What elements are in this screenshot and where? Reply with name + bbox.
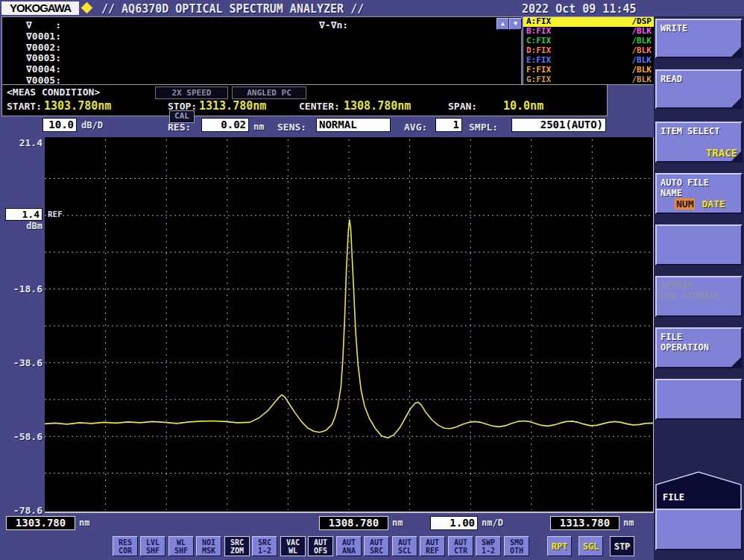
trace-name: A:FIX	[526, 17, 551, 26]
center-label: CENTER:	[299, 101, 340, 112]
scroll-up-button[interactable]: ▲	[496, 18, 509, 30]
yaxis-bottom-label: -78.6	[5, 505, 42, 516]
softkey-write[interactable]: WRITE	[655, 19, 743, 58]
submenu-corner-icon	[731, 47, 741, 57]
marker-row: ∇0003:	[26, 52, 61, 63]
spectrum-plot	[45, 137, 655, 513]
trace-row-a[interactable]: A:FIX/DSP	[523, 17, 655, 27]
func-button-noi-msk[interactable]: NOIMSK	[196, 536, 221, 556]
trace-name: C:FIX	[526, 37, 551, 45]
xaxis-start-unit: nm	[79, 517, 89, 528]
func-button-lvl-shf[interactable]: LVLSHF	[140, 536, 165, 556]
softkey-item-select[interactable]: ITEM SELECTTRACE	[655, 122, 743, 163]
menu-title: FILE	[663, 492, 684, 503]
softkey-read[interactable]: READ	[655, 69, 743, 109]
sens-label: SENS:	[277, 122, 306, 133]
softkey-auto-file-name[interactable]: AUTO FILENAMENUMDATE	[655, 173, 743, 214]
level-scale-unit: dB/D	[81, 120, 103, 130]
date-option[interactable]: DATE	[702, 198, 725, 210]
yaxis-label: -38.6	[5, 357, 42, 368]
avg-label: AVG:	[404, 122, 427, 133]
func-button-aut-scl[interactable]: AUTSCL	[392, 536, 417, 556]
trace-name: G:FIX	[526, 75, 551, 84]
func-button-aut-ofs[interactable]: AUTOFS	[308, 536, 333, 556]
func-button-vac-wl[interactable]: VACWL	[280, 536, 306, 556]
stop-value: 1313.780nm	[199, 99, 266, 113]
smpl-field: 2501(AUTO)	[511, 118, 606, 132]
spectrum-trace	[45, 137, 653, 512]
span-label: SPAN:	[448, 101, 477, 112]
marker-row: ∇0002:	[26, 42, 61, 53]
func-button-src-zom[interactable]: SRCZOM	[224, 536, 250, 556]
func-button-aut-ctr[interactable]: AUTCTR	[448, 536, 473, 556]
func-button-src-1-2[interactable]: SRC1-2	[252, 536, 277, 556]
arrow-down-icon: ▼	[514, 20, 517, 27]
speed-flag: 2X SPEED	[155, 86, 228, 99]
res-label: RES:	[168, 122, 191, 133]
xaxis-start-field: 1303.780	[6, 516, 75, 530]
trace-status: /BLK	[632, 66, 652, 75]
xaxis-stop-unit: nm	[623, 517, 634, 528]
trace-row-c[interactable]: C:FIX/BLK	[523, 37, 655, 46]
marker-row: ∇0004:	[26, 63, 61, 75]
trace-name: F:FIX	[526, 66, 551, 75]
level-scale-field: 10.0	[42, 118, 77, 132]
marker-panel: ∇ : ∇0001: ∇0002: ∇0003: ∇0004: ∇0005: ∇…	[1, 16, 522, 85]
sweep-repeat-button[interactable]: RPT	[547, 536, 572, 556]
trace-row-e[interactable]: E:FIX/BLK	[523, 55, 655, 65]
cal-indicator: CAL	[169, 110, 195, 123]
res-unit: nm	[253, 122, 264, 132]
num-option[interactable]: NUM	[675, 198, 695, 210]
avg-field: 1	[435, 118, 462, 132]
ref-level-field: 1.4	[5, 208, 42, 221]
yaxis-top-label: 21.4	[5, 137, 42, 148]
softkey-file-operation[interactable]: FILEOPERATION	[655, 327, 743, 368]
softkey-remove-usb-storage[interactable]: REMOVEUSB STORAGE	[655, 276, 743, 317]
submenu-corner-icon	[731, 98, 741, 107]
start-label: START:	[7, 101, 42, 112]
trace-row-f[interactable]: F:FIX/BLK	[523, 65, 655, 75]
func-button-swp-1-2[interactable]: SWP1-2	[476, 536, 501, 556]
menu-title-tab: FILE	[655, 471, 743, 514]
scroll-down-button[interactable]: ▼	[509, 18, 522, 30]
func-button-aut-ana[interactable]: AUTANA	[336, 536, 362, 556]
sweep-stop-button[interactable]: STP	[610, 536, 634, 556]
xaxis-center-unit: nm	[392, 517, 403, 528]
softkey-sidebar: WRITE READ ITEM SELECTTRACE AUTO FILENAM…	[654, 16, 744, 560]
xaxis-scale-field: 1.00	[430, 516, 478, 530]
arrow-up-icon: ▲	[501, 20, 505, 27]
span-value: 10.0nm	[503, 99, 543, 113]
trace-row-g[interactable]: G:FIX/BLK	[523, 75, 655, 84]
ref-line-label: REF	[48, 210, 63, 219]
trace-status: /BLK	[632, 27, 652, 36]
smpl-label: SMPL:	[469, 122, 498, 133]
func-button-aut-ref[interactable]: AUTREF	[420, 536, 445, 556]
start-value: 1303.780nm	[44, 99, 111, 113]
xaxis-stop-field: 1313.780	[550, 516, 620, 530]
yokogawa-logo: YOKOGAWA	[1, 1, 79, 15]
submenu-corner-icon	[731, 357, 741, 367]
marker-delta-label: ∇-∇n:	[319, 19, 348, 31]
meas-condition-panel: <MEAS CONDITION> 2X SPEED ANGLED PC STAR…	[1, 84, 608, 116]
yaxis-unit-label: dBm	[5, 221, 42, 231]
func-button-smo-oth[interactable]: SMOOTH	[504, 536, 529, 556]
sweep-single-button[interactable]: SGL	[579, 536, 603, 556]
marker-row: ∇0001:	[26, 31, 61, 42]
func-button-aut-src[interactable]: AUTSRC	[364, 536, 389, 556]
app-title: // AQ6370D OPTICAL SPECTRUM ANALYZER //	[101, 2, 364, 16]
angled-pc-flag: ANGLED PC	[232, 86, 306, 99]
meas-condition-heading: <MEAS CONDITION>	[7, 86, 100, 98]
trace-name: B:FIX	[526, 27, 551, 36]
trace-row-b[interactable]: B:FIX/BLK	[523, 27, 655, 37]
trace-status: /DSP	[632, 17, 652, 26]
trace-status-panel: A:FIX/DSP B:FIX/BLK C:FIX/BLK D:FIX/BLK …	[523, 16, 655, 85]
datetime-display: 2022 Oct 09 11:45	[522, 2, 637, 16]
func-button-wl-shf[interactable]: WLSHF	[168, 536, 194, 556]
func-button-res-cor[interactable]: RESCOR	[113, 536, 138, 556]
softkey-blank-2	[655, 379, 743, 420]
xaxis-scale-unit: nm/D	[482, 517, 503, 528]
submenu-corner-icon	[731, 151, 741, 161]
trace-status: /BLK	[632, 46, 652, 55]
sens-field: NORMAL	[316, 118, 391, 132]
trace-row-d[interactable]: D:FIX/BLK	[523, 46, 655, 56]
